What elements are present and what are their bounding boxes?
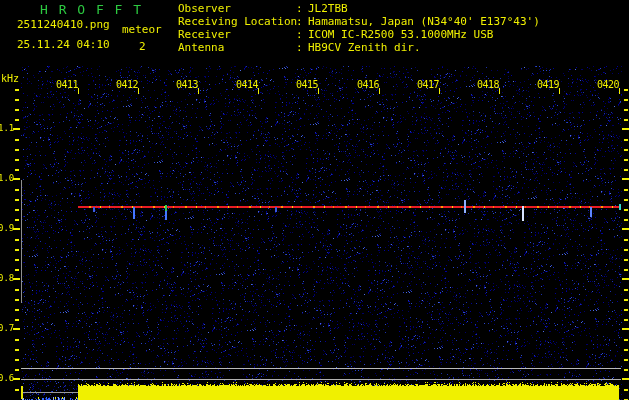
meteor-echo-mark	[464, 200, 466, 213]
freq-minor-tick-right	[624, 219, 628, 221]
freq-tick-label: 0.8	[0, 274, 14, 283]
meteor-count: 2	[139, 41, 146, 53]
freq-minor-tick-right	[624, 159, 628, 161]
meteor-echo-mark	[93, 207, 95, 212]
freq-minor-tick-left	[15, 369, 19, 371]
freq-minor-tick-right	[624, 319, 628, 321]
freq-minor-tick-right	[624, 359, 628, 361]
freq-minor-tick-right	[624, 269, 628, 271]
time-tick	[198, 88, 199, 94]
time-tick	[78, 88, 79, 94]
time-tick	[379, 88, 380, 94]
info-colon: :	[296, 42, 303, 54]
filename-label: 2511240410.png	[17, 19, 110, 31]
interference-line	[21, 379, 621, 380]
hrofft-screen: H R O F F T 2511240410.png meteor 25.11.…	[0, 0, 629, 400]
freq-minor-tick-left	[15, 299, 19, 301]
freq-minor-tick-right	[624, 99, 628, 101]
meter-origin-mark	[21, 386, 23, 399]
info-colon: :	[296, 16, 303, 28]
freq-minor-tick-right	[624, 139, 628, 141]
info-label-observer: Observer	[178, 3, 231, 15]
info-value-observer: JL2TBB	[308, 3, 348, 15]
freq-minor-tick-left	[15, 309, 19, 311]
freq-minor-tick-right	[624, 259, 628, 261]
time-tick	[499, 88, 500, 94]
time-tick	[439, 88, 440, 94]
freq-minor-tick-left	[15, 249, 19, 251]
time-tick-label: 0416	[356, 80, 380, 90]
freq-major-tick-right	[622, 278, 629, 280]
spectrogram-noise-canvas	[0, 0, 629, 400]
start-marker-line	[21, 180, 22, 303]
info-value-antenna: HB9CV Zenith dir.	[308, 42, 421, 54]
freq-minor-tick-right	[624, 339, 628, 341]
freq-major-tick-left	[13, 178, 20, 180]
freq-tick-label: 0.7	[0, 324, 14, 333]
meteor-echo-mark	[522, 206, 524, 221]
freq-minor-tick-left	[15, 149, 19, 151]
freq-major-tick-left	[13, 228, 20, 230]
freq-minor-tick-right	[624, 299, 628, 301]
time-tick	[619, 88, 620, 94]
freq-minor-tick-right	[624, 289, 628, 291]
interference-line	[21, 392, 78, 393]
freq-minor-tick-left	[15, 159, 19, 161]
freq-minor-tick-right	[624, 369, 628, 371]
freq-minor-tick-left	[15, 339, 19, 341]
freq-minor-tick-left	[15, 219, 19, 221]
freq-minor-tick-left	[15, 359, 19, 361]
freq-tick-label: 1.0	[0, 174, 14, 183]
freq-minor-tick-left	[15, 389, 19, 391]
info-value-location: Hamamatsu, Japan (N34°40' E137°43')	[308, 16, 540, 28]
app-title: H R O F F T	[40, 3, 143, 17]
info-label-receiver: Receiver	[178, 29, 231, 41]
freq-minor-tick-left	[15, 119, 19, 121]
freq-axis-unit: kHz	[1, 74, 19, 84]
time-tick	[559, 88, 560, 94]
freq-minor-tick-right	[624, 169, 628, 171]
datetime-label: 25.11.24 04:10	[17, 39, 110, 51]
freq-minor-tick-right	[624, 119, 628, 121]
time-tick	[258, 88, 259, 94]
freq-minor-tick-left	[15, 319, 19, 321]
freq-minor-tick-right	[624, 109, 628, 111]
freq-minor-tick-left	[15, 289, 19, 291]
meteor-echo-mark	[275, 207, 277, 212]
freq-minor-tick-right	[624, 249, 628, 251]
mode-label: meteor	[122, 24, 162, 36]
freq-minor-tick-left	[15, 169, 19, 171]
freq-major-tick-right	[622, 228, 629, 230]
freq-minor-tick-right	[624, 189, 628, 191]
freq-minor-tick-left	[15, 189, 19, 191]
freq-minor-tick-right	[624, 149, 628, 151]
time-tick-label: 0417	[416, 80, 440, 90]
info-label-antenna: Antenna	[178, 42, 224, 54]
freq-minor-tick-right	[624, 309, 628, 311]
freq-minor-tick-left	[15, 89, 19, 91]
meteor-echo-mark	[133, 207, 135, 219]
freq-major-tick-left	[13, 278, 20, 280]
freq-minor-tick-right	[624, 89, 628, 91]
freq-tick-label: 0.9	[0, 224, 14, 233]
freq-minor-tick-left	[15, 259, 19, 261]
meteor-echo-mark	[165, 211, 167, 220]
freq-major-tick-left	[13, 328, 20, 330]
freq-minor-tick-left	[15, 209, 19, 211]
freq-major-tick-right	[622, 328, 629, 330]
freq-minor-tick-right	[624, 209, 628, 211]
time-tick-label: 0418	[476, 80, 500, 90]
freq-minor-tick-right	[624, 389, 628, 391]
meteor-echo-mark	[619, 204, 621, 210]
time-tick-label: 0412	[115, 80, 139, 90]
freq-minor-tick-right	[624, 239, 628, 241]
freq-major-tick-left	[13, 378, 20, 380]
info-colon: :	[296, 3, 303, 15]
time-tick	[318, 88, 319, 94]
time-tick-label: 0413	[175, 80, 199, 90]
time-tick-label: 0415	[295, 80, 319, 90]
freq-minor-tick-right	[624, 349, 628, 351]
time-tick-label: 0411	[55, 80, 79, 90]
freq-minor-tick-left	[15, 239, 19, 241]
meteor-echo-mark	[590, 207, 592, 217]
